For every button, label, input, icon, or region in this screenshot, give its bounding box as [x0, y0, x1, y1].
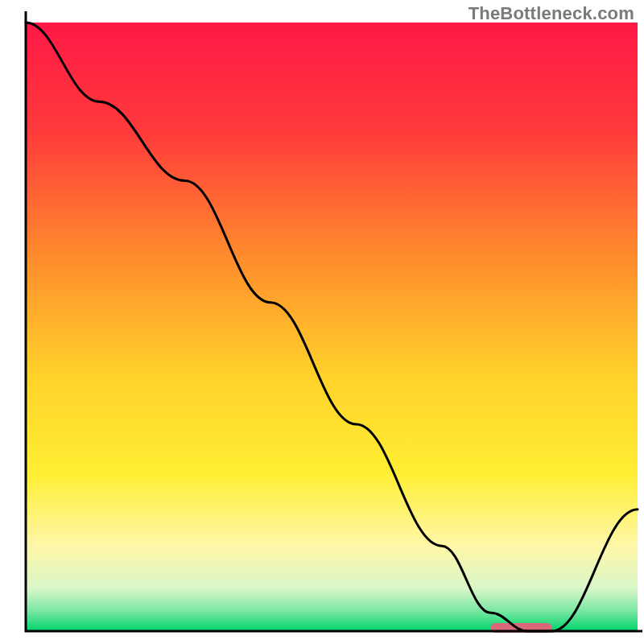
- bottleneck-chart: TheBottleneck.com: [0, 0, 644, 644]
- watermark-text: TheBottleneck.com: [469, 3, 634, 24]
- chart-svg: [0, 0, 644, 644]
- plot-background: [26, 23, 638, 631]
